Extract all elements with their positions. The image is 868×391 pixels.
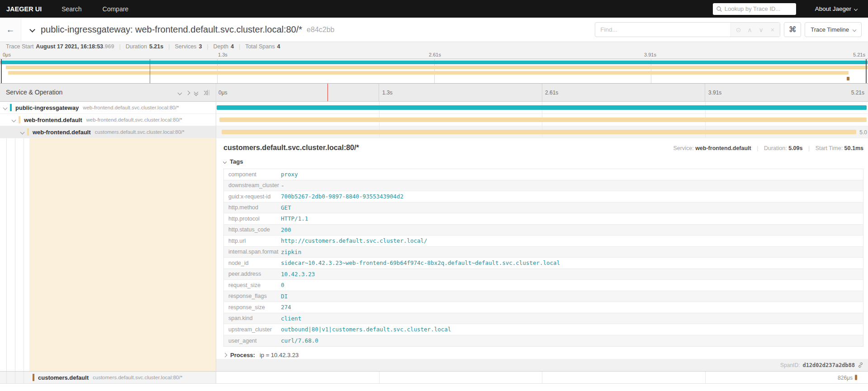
timeline-tick: 3.91s [708,90,721,96]
trace-id-lookup-input[interactable]: Lookup by Trace ID... [713,3,796,15]
trace-start-value: August 17 2021, 16:18:53 [36,43,103,50]
span-row[interactable]: public-ingressgatewayweb-frontend.defaul… [0,102,868,114]
tag-value: curl/7.68.0 [277,337,318,344]
span-service-name: customers.default [38,374,89,381]
span-detail-zone: customers.default.svc.cluster.local:80/*… [0,138,868,372]
span-operation-name: web-frontend.default.svc.cluster.local:8… [83,105,179,110]
minimap-span-bar [0,61,868,64]
header-gridline [542,84,542,101]
tag-value: client [277,315,301,322]
tag-value: 274 [277,304,291,311]
total-spans-value: 4 [277,43,280,50]
tag-row: downstream_cluster- [224,180,863,192]
find-input[interactable]: Find... [595,23,730,37]
span-duration-bar[interactable] [219,118,867,122]
tag-value: http://customers.default.svc.cluster.loc… [277,237,427,244]
app-logo[interactable]: JAEGER UI [6,5,42,13]
service-color-bar [10,104,12,111]
tag-value: 0 [277,282,285,288]
tag-value: 200 [277,226,291,233]
trace-header-collapse-chevron-icon[interactable] [29,27,35,33]
span-id-label: SpanID: [780,362,800,368]
tree-timeline-divider[interactable] [216,84,216,384]
separator: | [757,145,758,151]
jaeger-trace-page: JAEGER UI Search Compare Lookup by Trace… [0,0,868,391]
tag-value: outbound|80|v1|customers.default.svc.clu… [277,326,451,333]
collapse-all-icon[interactable] [194,90,198,95]
span-collapse-chevron-icon[interactable] [3,105,8,110]
tag-key: downstream_cluster [224,182,277,188]
separator: | [239,43,240,50]
span-row-name-cell[interactable]: customers.defaultcustomers.default.svc.c… [0,372,216,383]
next-match-icon[interactable]: ∨ [755,26,767,33]
tags-section-toggle[interactable]: Tags [223,158,868,165]
tag-key: request_size [224,282,277,288]
tag-value: 700b5267-2db0-9897-8840-9355343904d2 [277,193,403,200]
row-gridline [379,372,379,383]
span-row-timeline-cell[interactable]: 5.0 [216,126,868,138]
minimap-tick: 2.61s [429,52,441,57]
tags-table: componentproxydownstream_cluster-guid:x-… [223,169,863,347]
tag-row: http.protocolHTTP/1.1 [224,213,863,225]
span-row-name-cell[interactable]: web-frontend.defaultcustomers.default.sv… [0,126,216,138]
tag-value: zipkin [277,249,301,255]
span-collapse-chevron-icon[interactable] [20,130,25,134]
collapse-one-icon[interactable] [178,91,181,94]
span-collapse-chevron-icon[interactable] [12,118,16,122]
span-row[interactable]: web-frontend.defaultcustomers.default.sv… [0,126,868,138]
span-duration-bar[interactable] [217,105,867,110]
process-label: Process: [230,352,255,358]
span-row-timeline-cell[interactable]: 826μs [216,372,868,383]
about-jaeger-menu[interactable]: About Jaeger [815,5,857,12]
service-color-bar [19,116,20,123]
prev-match-icon[interactable]: ∧ [744,26,755,33]
span-operation-name: web-frontend.default.svc.cluster.local:8… [86,117,182,122]
span-row-name-cell[interactable]: web-frontend.defaultweb-frontend.default… [0,114,216,126]
separator: | [207,43,208,50]
tag-row: request_size0 [224,280,863,291]
clear-find-icon[interactable]: × [767,26,778,33]
timeline-minimap[interactable] [0,59,868,84]
indent-guide-line [24,372,24,383]
timeline-tick: 5.21s [851,90,864,96]
tag-value: - [277,182,285,189]
span-row[interactable]: web-frontend.defaultweb-frontend.default… [0,114,868,126]
span-row[interactable]: customers.defaultcustomers.default.svc.c… [0,372,868,384]
services-value: 3 [199,43,202,50]
timeline-header-row: Service & Operation 0μs 1.3s 2.61s 3.91s… [0,84,868,102]
chevron-down-icon [223,160,227,163]
span-row-timeline-cell[interactable] [216,114,868,126]
tag-row: peer.address10.42.3.23 [224,269,863,280]
indent-guide-line [15,372,15,383]
minimap-left-drag-handle[interactable] [1,59,2,83]
minimap-tick: 0μs [3,52,11,57]
tag-key: http.protocol [224,216,277,222]
nav-item-search[interactable]: Search [62,5,81,13]
focus-match-icon[interactable]: ⊙ [733,26,744,33]
span-duration-bar[interactable] [222,130,856,134]
indent-guides [0,138,216,371]
span-row-timeline-cell[interactable] [216,102,868,113]
span-detail-info: Service: web-frontend.default | Duration… [673,145,863,151]
keyboard-shortcuts-button[interactable]: ⌘ [784,22,801,37]
indent-guide-line [6,372,7,383]
timeline-tick: 1.3s [382,90,393,96]
process-section-toggle[interactable]: Process: ip = 10.42.3.23 [223,352,868,358]
trace-view-selector[interactable]: Trace Timeline [805,22,862,37]
span-duration-bar[interactable] [855,375,857,380]
timeline-cursor-line [327,84,328,101]
column-resize-grip[interactable] [207,90,209,95]
nav-item-compare[interactable]: Compare [103,5,129,13]
trace-title: public-ingressgateway: web-frontend.defa… [41,24,302,35]
find-input-group: Find... ⊙ ∧ ∨ × [595,22,780,37]
expand-one-icon[interactable] [186,91,190,94]
minimap-span-bar [8,71,849,75]
tag-key: response_flags [224,293,277,299]
trace-id: e84c2bb [307,26,334,34]
deep-link-icon[interactable] [858,362,863,368]
separator: | [168,43,170,50]
span-row-name-cell[interactable]: public-ingressgatewayweb-frontend.defaul… [0,102,216,113]
minimap-right-drag-handle[interactable] [866,59,867,83]
back-button[interactable]: ← [0,18,21,42]
depth-label: Depth [213,43,228,50]
